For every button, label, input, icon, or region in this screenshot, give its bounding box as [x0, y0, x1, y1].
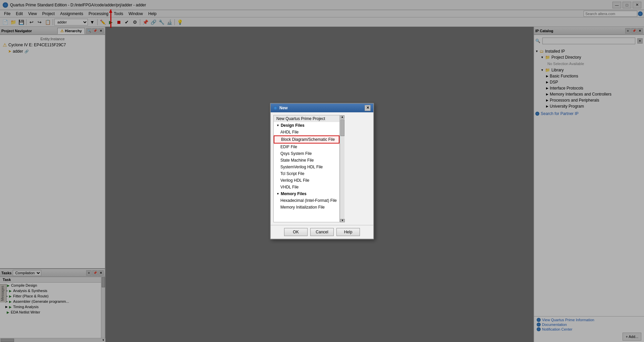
modal-qsys[interactable]: Qsys System File: [274, 150, 339, 157]
modal-systemverilog[interactable]: SystemVerilog HDL File: [274, 164, 339, 170]
modal-design-files-category[interactable]: ▼ Design Files: [274, 122, 339, 129]
qsys-label: Qsys System File: [280, 151, 312, 156]
new-dialog: New ✕ New Quartus Prime Project ▼ Design…: [270, 103, 374, 239]
vhdl-label: VHDL File: [280, 185, 299, 189]
modal-close-button[interactable]: ✕: [365, 105, 371, 111]
modal-cancel-button[interactable]: Cancel: [310, 228, 334, 236]
mif-label: Memory Initialization File: [280, 205, 325, 210]
block-diagram-label: Block Diagram/Schematic File: [281, 137, 335, 142]
hex-label: Hexadecimal (Intel-Format) File: [280, 198, 337, 203]
modal-header-label: New Quartus Prime Project: [276, 116, 325, 121]
state-machine-label: State Machine File: [280, 158, 314, 163]
edif-label: EDIF File: [280, 145, 297, 149]
tcl-label: Tcl Script File: [280, 171, 304, 176]
modal-mif[interactable]: Memory Initialization File: [274, 204, 339, 211]
modal-block-diagram[interactable]: Block Diagram/Schematic File: [274, 135, 339, 144]
modal-edif[interactable]: EDIF File: [274, 144, 339, 150]
modal-content: New Quartus Prime Project ▼ Design Files…: [271, 112, 373, 225]
modal-overlay: New ✕ New Quartus Prime Project ▼ Design…: [0, 0, 644, 342]
modal-help-button[interactable]: Help: [336, 228, 360, 236]
modal-titlebar: New ✕: [271, 104, 373, 112]
modal-footer: OK Cancel Help: [271, 225, 373, 239]
modal-verilog[interactable]: Verilog HDL File: [274, 177, 339, 184]
modal-state-machine[interactable]: State Machine File: [274, 157, 339, 164]
systemverilog-label: SystemVerilog HDL File: [280, 165, 323, 169]
memory-files-label: Memory Files: [281, 191, 307, 196]
design-files-label: Design Files: [281, 123, 305, 128]
modal-ahdl[interactable]: AHDL File: [274, 129, 339, 135]
modal-title: New: [279, 106, 288, 110]
modal-scrollbar[interactable]: ▲ ▼: [340, 115, 344, 222]
memory-files-expand: ▼: [276, 192, 279, 195]
modal-tcl[interactable]: Tcl Script File: [274, 170, 339, 177]
modal-ok-button[interactable]: OK: [284, 228, 308, 236]
modal-hex[interactable]: Hexadecimal (Intel-Format) File: [274, 197, 339, 204]
modal-memory-files-category[interactable]: ▼ Memory Files: [274, 190, 339, 197]
modal-vhdl[interactable]: VHDL File: [274, 184, 339, 190]
ahdl-label: AHDL File: [280, 130, 299, 134]
modal-globe-icon: [273, 106, 277, 110]
modal-header-item[interactable]: New Quartus Prime Project: [274, 115, 339, 122]
design-files-expand: ▼: [276, 124, 279, 127]
modal-list-container: New Quartus Prime Project ▼ Design Files…: [273, 115, 371, 222]
verilog-label: Verilog HDL File: [280, 178, 309, 183]
modal-list[interactable]: New Quartus Prime Project ▼ Design Files…: [273, 115, 340, 222]
